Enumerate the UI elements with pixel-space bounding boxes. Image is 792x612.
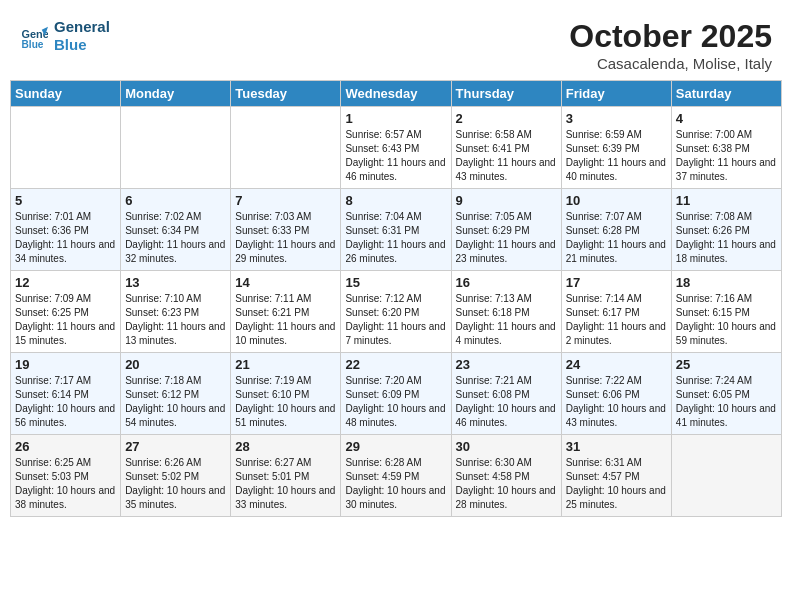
- day-info: Sunrise: 6:25 AM Sunset: 5:03 PM Dayligh…: [15, 456, 116, 512]
- day-info: Sunrise: 7:18 AM Sunset: 6:12 PM Dayligh…: [125, 374, 226, 430]
- day-info: Sunrise: 7:21 AM Sunset: 6:08 PM Dayligh…: [456, 374, 557, 430]
- weekday-header-saturday: Saturday: [671, 81, 781, 107]
- logo-line1: General: [54, 18, 110, 36]
- day-info: Sunrise: 7:16 AM Sunset: 6:15 PM Dayligh…: [676, 292, 777, 348]
- day-info: Sunrise: 7:08 AM Sunset: 6:26 PM Dayligh…: [676, 210, 777, 266]
- calendar-cell: 23Sunrise: 7:21 AM Sunset: 6:08 PM Dayli…: [451, 353, 561, 435]
- calendar-cell: 7Sunrise: 7:03 AM Sunset: 6:33 PM Daylig…: [231, 189, 341, 271]
- day-info: Sunrise: 7:04 AM Sunset: 6:31 PM Dayligh…: [345, 210, 446, 266]
- day-number: 24: [566, 357, 667, 372]
- month-title: October 2025: [569, 18, 772, 55]
- day-number: 15: [345, 275, 446, 290]
- day-number: 17: [566, 275, 667, 290]
- day-info: Sunrise: 7:03 AM Sunset: 6:33 PM Dayligh…: [235, 210, 336, 266]
- day-number: 25: [676, 357, 777, 372]
- weekday-header-sunday: Sunday: [11, 81, 121, 107]
- day-info: Sunrise: 7:00 AM Sunset: 6:38 PM Dayligh…: [676, 128, 777, 184]
- day-number: 10: [566, 193, 667, 208]
- day-number: 23: [456, 357, 557, 372]
- day-info: Sunrise: 7:07 AM Sunset: 6:28 PM Dayligh…: [566, 210, 667, 266]
- calendar-cell: 1Sunrise: 6:57 AM Sunset: 6:43 PM Daylig…: [341, 107, 451, 189]
- day-info: Sunrise: 7:22 AM Sunset: 6:06 PM Dayligh…: [566, 374, 667, 430]
- day-info: Sunrise: 7:02 AM Sunset: 6:34 PM Dayligh…: [125, 210, 226, 266]
- calendar-cell: 5Sunrise: 7:01 AM Sunset: 6:36 PM Daylig…: [11, 189, 121, 271]
- day-number: 19: [15, 357, 116, 372]
- day-number: 22: [345, 357, 446, 372]
- day-number: 20: [125, 357, 226, 372]
- day-info: Sunrise: 6:28 AM Sunset: 4:59 PM Dayligh…: [345, 456, 446, 512]
- logo-icon: General Blue: [20, 22, 48, 50]
- calendar-cell: 31Sunrise: 6:31 AM Sunset: 4:57 PM Dayli…: [561, 435, 671, 517]
- day-number: 27: [125, 439, 226, 454]
- calendar-cell: 2Sunrise: 6:58 AM Sunset: 6:41 PM Daylig…: [451, 107, 561, 189]
- calendar-cell: 8Sunrise: 7:04 AM Sunset: 6:31 PM Daylig…: [341, 189, 451, 271]
- calendar-cell: 13Sunrise: 7:10 AM Sunset: 6:23 PM Dayli…: [121, 271, 231, 353]
- calendar-cell: 24Sunrise: 7:22 AM Sunset: 6:06 PM Dayli…: [561, 353, 671, 435]
- day-number: 16: [456, 275, 557, 290]
- calendar-cell: 10Sunrise: 7:07 AM Sunset: 6:28 PM Dayli…: [561, 189, 671, 271]
- calendar-cell: 9Sunrise: 7:05 AM Sunset: 6:29 PM Daylig…: [451, 189, 561, 271]
- day-info: Sunrise: 6:59 AM Sunset: 6:39 PM Dayligh…: [566, 128, 667, 184]
- day-number: 18: [676, 275, 777, 290]
- calendar-cell: 3Sunrise: 6:59 AM Sunset: 6:39 PM Daylig…: [561, 107, 671, 189]
- day-info: Sunrise: 7:05 AM Sunset: 6:29 PM Dayligh…: [456, 210, 557, 266]
- weekday-header-monday: Monday: [121, 81, 231, 107]
- calendar-cell: 27Sunrise: 6:26 AM Sunset: 5:02 PM Dayli…: [121, 435, 231, 517]
- calendar-cell: 26Sunrise: 6:25 AM Sunset: 5:03 PM Dayli…: [11, 435, 121, 517]
- calendar-cell: 17Sunrise: 7:14 AM Sunset: 6:17 PM Dayli…: [561, 271, 671, 353]
- calendar-cell: [671, 435, 781, 517]
- calendar-cell: 4Sunrise: 7:00 AM Sunset: 6:38 PM Daylig…: [671, 107, 781, 189]
- calendar-cell: 22Sunrise: 7:20 AM Sunset: 6:09 PM Dayli…: [341, 353, 451, 435]
- location-subtitle: Casacalenda, Molise, Italy: [569, 55, 772, 72]
- day-info: Sunrise: 7:12 AM Sunset: 6:20 PM Dayligh…: [345, 292, 446, 348]
- calendar-cell: 20Sunrise: 7:18 AM Sunset: 6:12 PM Dayli…: [121, 353, 231, 435]
- day-number: 21: [235, 357, 336, 372]
- day-number: 8: [345, 193, 446, 208]
- day-number: 26: [15, 439, 116, 454]
- calendar-cell: 30Sunrise: 6:30 AM Sunset: 4:58 PM Dayli…: [451, 435, 561, 517]
- calendar-cell: 12Sunrise: 7:09 AM Sunset: 6:25 PM Dayli…: [11, 271, 121, 353]
- day-number: 5: [15, 193, 116, 208]
- svg-text:Blue: Blue: [22, 39, 44, 50]
- day-number: 4: [676, 111, 777, 126]
- calendar-cell: [231, 107, 341, 189]
- calendar-cell: [11, 107, 121, 189]
- day-info: Sunrise: 6:26 AM Sunset: 5:02 PM Dayligh…: [125, 456, 226, 512]
- day-number: 13: [125, 275, 226, 290]
- calendar-cell: 28Sunrise: 6:27 AM Sunset: 5:01 PM Dayli…: [231, 435, 341, 517]
- day-number: 12: [15, 275, 116, 290]
- day-info: Sunrise: 7:10 AM Sunset: 6:23 PM Dayligh…: [125, 292, 226, 348]
- page-header: General Blue General Blue October 2025 C…: [10, 10, 782, 76]
- calendar-table: SundayMondayTuesdayWednesdayThursdayFrid…: [10, 80, 782, 517]
- calendar-cell: [121, 107, 231, 189]
- day-info: Sunrise: 6:30 AM Sunset: 4:58 PM Dayligh…: [456, 456, 557, 512]
- day-info: Sunrise: 7:11 AM Sunset: 6:21 PM Dayligh…: [235, 292, 336, 348]
- day-number: 1: [345, 111, 446, 126]
- day-info: Sunrise: 7:14 AM Sunset: 6:17 PM Dayligh…: [566, 292, 667, 348]
- day-info: Sunrise: 7:13 AM Sunset: 6:18 PM Dayligh…: [456, 292, 557, 348]
- day-number: 30: [456, 439, 557, 454]
- weekday-header-friday: Friday: [561, 81, 671, 107]
- day-info: Sunrise: 6:58 AM Sunset: 6:41 PM Dayligh…: [456, 128, 557, 184]
- calendar-cell: 14Sunrise: 7:11 AM Sunset: 6:21 PM Dayli…: [231, 271, 341, 353]
- calendar-cell: 16Sunrise: 7:13 AM Sunset: 6:18 PM Dayli…: [451, 271, 561, 353]
- day-info: Sunrise: 7:17 AM Sunset: 6:14 PM Dayligh…: [15, 374, 116, 430]
- weekday-header-thursday: Thursday: [451, 81, 561, 107]
- calendar-cell: 15Sunrise: 7:12 AM Sunset: 6:20 PM Dayli…: [341, 271, 451, 353]
- day-number: 31: [566, 439, 667, 454]
- logo: General Blue General Blue: [20, 18, 110, 54]
- day-info: Sunrise: 6:27 AM Sunset: 5:01 PM Dayligh…: [235, 456, 336, 512]
- calendar-cell: 11Sunrise: 7:08 AM Sunset: 6:26 PM Dayli…: [671, 189, 781, 271]
- day-number: 28: [235, 439, 336, 454]
- calendar-cell: 25Sunrise: 7:24 AM Sunset: 6:05 PM Dayli…: [671, 353, 781, 435]
- calendar-cell: 6Sunrise: 7:02 AM Sunset: 6:34 PM Daylig…: [121, 189, 231, 271]
- weekday-header-tuesday: Tuesday: [231, 81, 341, 107]
- day-info: Sunrise: 6:31 AM Sunset: 4:57 PM Dayligh…: [566, 456, 667, 512]
- calendar-cell: 19Sunrise: 7:17 AM Sunset: 6:14 PM Dayli…: [11, 353, 121, 435]
- logo-line2: Blue: [54, 36, 110, 54]
- day-info: Sunrise: 7:01 AM Sunset: 6:36 PM Dayligh…: [15, 210, 116, 266]
- day-number: 7: [235, 193, 336, 208]
- day-info: Sunrise: 6:57 AM Sunset: 6:43 PM Dayligh…: [345, 128, 446, 184]
- title-block: October 2025 Casacalenda, Molise, Italy: [569, 18, 772, 72]
- day-number: 11: [676, 193, 777, 208]
